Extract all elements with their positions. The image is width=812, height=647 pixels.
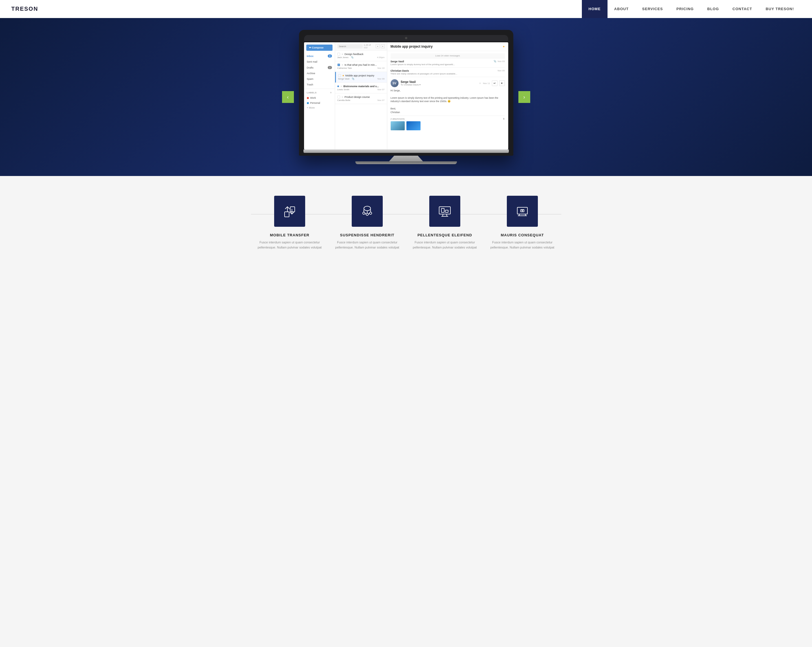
download-all-icon[interactable]: ⬇ <box>503 117 505 120</box>
subject-2: Is that what you had in min... <box>345 64 385 66</box>
hero-section: ‹ ✏ Compose Inbox 3 <box>0 18 812 176</box>
feature-item-2: SUSPENDISSE HENDRERIT Fusce interdum sap… <box>328 196 406 250</box>
checkbox-5[interactable] <box>337 96 340 98</box>
feature-item-1: MOBILE TRANSFER Fusce interdum sapien ut… <box>251 196 328 250</box>
feature-title-3: PELLENTESQUE ELEIFEND <box>417 233 472 237</box>
laptop-mockup: ‹ ✏ Compose Inbox 3 <box>299 30 513 164</box>
checkbox-2[interactable]: ✓ <box>337 64 340 66</box>
thread-sender-2: Christian Davis <box>391 69 458 72</box>
features-section: MOBILE TRANSFER Fusce interdum sapien ut… <box>0 176 812 270</box>
email-detail: Mobile app project inquiry ★ Load 24 old… <box>387 42 508 150</box>
inbox-badge: 3 <box>328 55 332 58</box>
svg-point-9 <box>366 213 368 215</box>
nav-item-blog[interactable]: BLOG <box>701 0 726 18</box>
thread-attachment-1: 📎 <box>494 60 496 63</box>
message-from-to: To Christian Davis ▾ <box>401 84 421 86</box>
more-actions-button[interactable]: ▾ <box>499 80 505 86</box>
svg-rect-17 <box>441 208 444 212</box>
feature-title-4: MAURIS CONSEQUAT <box>501 233 544 237</box>
feature-icon-box-2 <box>352 196 383 227</box>
nav-menu: HOME ABOUT SERVICES PRICING BLOG CONTACT… <box>582 0 801 18</box>
subject-3: Mobile app project inquiry <box>345 74 385 77</box>
email-item-5[interactable]: ★ Product design course Camilla Belle No… <box>335 93 387 104</box>
laptop-base <box>304 150 509 153</box>
star-4[interactable]: ★ <box>340 85 342 88</box>
nav-item-pricing[interactable]: PRICING <box>670 0 700 18</box>
nav-item-contact[interactable]: CONTACT <box>726 0 759 18</box>
svg-rect-13 <box>439 207 450 214</box>
email-item-3[interactable]: ★ Mobile app project inquiry Serge Vasil… <box>335 72 387 82</box>
cloud-network-icon <box>360 204 375 218</box>
checkbox-3[interactable] <box>338 74 341 77</box>
sidebar-divider <box>304 89 335 89</box>
feature-desc-4: Fusce interdum sapien ut quam consectetu… <box>489 240 556 250</box>
nav-link-pricing[interactable]: PRICING <box>670 0 700 18</box>
email-next-button[interactable]: › <box>381 44 385 48</box>
body-text: Lorem Ipsum is simply dummy text of the … <box>391 96 505 104</box>
attachment-1[interactable] <box>391 121 405 130</box>
compose-button[interactable]: ✏ Compose <box>306 44 333 51</box>
message-sender-info: Serge Vasil To Christian Davis ▾ <box>401 80 421 86</box>
attachment-icon-3: 📎 <box>352 78 354 80</box>
sidebar-drafts-label: Drafts <box>307 66 314 69</box>
features-grid: MOBILE TRANSFER Fusce interdum sapien ut… <box>251 196 561 250</box>
search-input[interactable] <box>337 44 363 49</box>
expanded-message: SV Serge Vasil To Christian Davis ▾ ★ No… <box>391 77 505 133</box>
message-from-name: Serge Vasil <box>401 80 421 84</box>
email-sidebar: ✏ Compose Inbox 3 Sent mail Drafts 2 <box>304 42 335 150</box>
svg-rect-0 <box>285 212 289 217</box>
nav-link-blog[interactable]: BLOG <box>701 0 726 18</box>
checkbox-1[interactable] <box>337 53 340 56</box>
time-3: Nov 09 <box>377 78 385 80</box>
svg-rect-2 <box>290 207 295 212</box>
next-slide-button[interactable]: › <box>518 91 530 103</box>
reply-button[interactable]: ↩ <box>492 80 498 86</box>
message-star[interactable]: ★ <box>479 82 481 85</box>
personal-dot <box>307 102 309 104</box>
prev-slide-button[interactable]: ‹ <box>282 91 294 103</box>
nav-item-buy[interactable]: BUY TRESON! <box>759 0 801 18</box>
label-work[interactable]: Work <box>304 95 335 101</box>
sender-avatar: SV <box>391 79 398 87</box>
load-older[interactable]: Load 24 older messages <box>391 53 505 58</box>
feature-title-2: SUSPENDISSE HENDRERIT <box>340 233 395 237</box>
sidebar-item-inbox[interactable]: Inbox 3 <box>304 53 335 59</box>
email-item-2[interactable]: ✓ ★ Is that what you had in min... Cathe… <box>335 61 387 72</box>
nav-item-home[interactable]: HOME <box>582 0 607 18</box>
sidebar-item-sent[interactable]: Sent mail <box>304 59 335 65</box>
detail-star[interactable]: ★ <box>502 45 505 48</box>
sidebar-spam-label: Spam <box>307 78 314 80</box>
attachment-2[interactable] <box>406 121 421 130</box>
laptop-camera <box>405 37 407 39</box>
attachments-label: 2 attachments ⬇ <box>391 117 505 120</box>
features-inner: MOBILE TRANSFER Fusce interdum sapien ut… <box>251 196 561 250</box>
sidebar-item-archive[interactable]: Archive <box>304 70 335 76</box>
sidebar-item-trash[interactable]: Trash <box>304 82 335 87</box>
nav-link-contact[interactable]: CONTACT <box>726 0 759 18</box>
nav-link-home[interactable]: HOME <box>582 0 607 18</box>
svg-point-8 <box>363 212 365 214</box>
email-item-1[interactable]: ★ Design feedback Jack Jones 📎 4:30pm <box>335 50 387 61</box>
nav-link-about[interactable]: ABOUT <box>607 0 635 18</box>
sidebar-item-spam[interactable]: Spam <box>304 76 335 82</box>
thread-item-2: Christian Davis There are many variation… <box>391 68 505 77</box>
more-labels[interactable]: + More <box>304 105 335 110</box>
feature-icon-box-1 <box>274 196 305 227</box>
nav-link-services[interactable]: SERVICES <box>635 0 670 18</box>
thread-preview-2: There are many variations of passages of… <box>391 72 458 75</box>
svg-point-10 <box>369 212 372 214</box>
star-1[interactable]: ★ <box>341 53 343 56</box>
nav-item-about[interactable]: ABOUT <box>607 0 635 18</box>
unread-dot-4 <box>337 85 339 87</box>
star-5[interactable]: ★ <box>341 96 343 98</box>
nav-item-services[interactable]: SERVICES <box>635 0 670 18</box>
sidebar-item-drafts[interactable]: Drafts 2 <box>304 65 335 70</box>
svg-line-15 <box>446 214 447 216</box>
mobile-transfer-icon <box>282 204 297 218</box>
nav-link-buy[interactable]: BUY TRESON! <box>759 0 801 18</box>
email-item-4[interactable]: ★ Bistronome materials and s... Lewis Sm… <box>335 82 387 93</box>
email-prev-button[interactable]: ‹ <box>375 44 380 48</box>
label-personal[interactable]: Personal <box>304 101 335 105</box>
star-3[interactable]: ★ <box>342 74 344 77</box>
star-2[interactable]: ★ <box>341 64 343 66</box>
